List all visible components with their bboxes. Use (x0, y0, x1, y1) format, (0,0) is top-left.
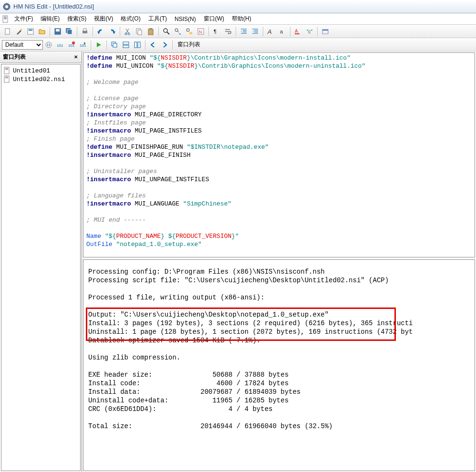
menu-tools[interactable]: 工具(T) (145, 14, 171, 24)
svg-rect-62 (5, 78, 8, 78)
separator (208, 27, 209, 36)
window-list-label: 窗口列表 (175, 41, 203, 49)
svg-rect-52 (113, 43, 117, 47)
separator (120, 27, 120, 36)
svg-point-7 (20, 29, 22, 31)
template-button[interactable] (25, 26, 36, 37)
menu-edit[interactable]: 编辑(E) (37, 14, 63, 24)
svg-line-23 (167, 32, 169, 34)
svg-text:¶: ¶ (214, 29, 217, 34)
config-dropdown[interactable]: Default (2, 40, 43, 50)
wizard-button[interactable] (14, 26, 24, 37)
paste-button[interactable] (145, 26, 156, 37)
compile-run-button[interactable]: 101 (55, 40, 65, 50)
menu-help[interactable]: 帮助(H) (228, 14, 255, 24)
redo-button[interactable] (107, 26, 117, 37)
svg-rect-19 (138, 30, 142, 35)
svg-line-25 (177, 31, 179, 32)
saveall-button[interactable] (64, 26, 74, 37)
svg-text:a: a (280, 29, 283, 34)
goto-button[interactable]: N (196, 26, 206, 37)
menu-view[interactable]: 视图(V) (90, 14, 117, 24)
doc-icon (2, 15, 10, 23)
nsi-file-icon (3, 67, 11, 74)
svg-rect-58 (5, 68, 8, 69)
show-special-button[interactable]: ¶ (211, 26, 222, 37)
code-editor[interactable]: !define MUI_ICON "${NSISDIR}\Contrib\Gra… (83, 52, 475, 257)
svg-rect-56 (138, 42, 140, 48)
panel-close-button[interactable]: ✕ (73, 54, 79, 60)
svg-rect-59 (5, 69, 8, 70)
word-wrap-button[interactable] (223, 26, 233, 37)
separator (172, 40, 173, 50)
menu-search[interactable]: 搜索(S) (63, 14, 90, 24)
svg-rect-54 (123, 45, 129, 48)
menu-file[interactable]: 文件(F) (10, 14, 37, 24)
svg-rect-61 (5, 77, 8, 77)
font-button[interactable]: A (266, 26, 276, 37)
toolbar-main: N ¶ A a A "c" (0, 25, 476, 38)
file-name: Untitled01 (13, 67, 50, 74)
menu-window[interactable]: 窗口(W) (200, 14, 228, 24)
undo-button[interactable] (95, 26, 106, 37)
tile-vert-button[interactable] (132, 40, 143, 50)
new-button[interactable] (2, 26, 13, 37)
window-list-panel: 窗口列表 ✕ Untitled01 Untitled02.nsi (0, 51, 82, 472)
svg-text:A: A (267, 28, 272, 35)
replace-button[interactable] (184, 26, 195, 37)
panel-body: Untitled01 Untitled02.nsi (1, 64, 81, 471)
cut-button[interactable] (123, 26, 133, 37)
svg-rect-55 (135, 42, 137, 48)
svg-rect-5 (4, 19, 7, 19)
separator (145, 40, 145, 50)
compile-button[interactable] (43, 40, 54, 50)
svg-rect-21 (149, 28, 152, 30)
findnext-button[interactable] (173, 26, 183, 37)
unindent-button[interactable] (250, 26, 260, 37)
print-button[interactable] (80, 26, 90, 37)
lowercase-button[interactable]: a (277, 26, 288, 37)
tile-horiz-button[interactable] (121, 40, 131, 50)
separator (93, 27, 93, 36)
svg-text:"c": "c" (307, 29, 313, 34)
separator (317, 27, 318, 36)
svg-text:N: N (199, 30, 202, 34)
insert-file-button[interactable]: "c" (304, 26, 315, 37)
titlebar: HM NIS Edit - [Untitled02.nsi] (0, 0, 476, 13)
svg-point-46 (46, 42, 52, 48)
next-window-button[interactable] (159, 40, 170, 50)
run-last-button[interactable]: 101 (78, 40, 88, 50)
right-panel: !define MUI_ICON "${NSISDIR}\Contrib\Gra… (82, 51, 476, 472)
svg-text:101: 101 (80, 43, 86, 48)
svg-point-49 (72, 41, 75, 44)
separator (290, 27, 290, 36)
indent-button[interactable] (238, 26, 249, 37)
cascade-button[interactable] (109, 40, 120, 50)
compile-stop-button[interactable]: 101 (66, 40, 77, 50)
svg-point-26 (186, 29, 189, 31)
svg-rect-6 (5, 29, 10, 34)
prev-window-button[interactable] (148, 40, 158, 50)
insert-color-button[interactable]: A (293, 26, 303, 37)
file-item[interactable]: Untitled01 (2, 66, 79, 75)
find-button[interactable] (161, 26, 172, 37)
copy-button[interactable] (134, 26, 145, 37)
menu-nsis[interactable]: NSIS(N) (171, 15, 200, 23)
app-icon (3, 3, 10, 10)
toolbar-nsis: Default 101 101 101 窗口列表 (0, 38, 476, 51)
file-item[interactable]: Untitled02.nsi (2, 75, 79, 83)
separator (50, 27, 50, 36)
workspace: 窗口列表 ✕ Untitled01 Untitled02.nsi !define… (0, 51, 476, 472)
open-button[interactable] (37, 26, 47, 37)
svg-rect-53 (123, 42, 129, 44)
run-button[interactable] (93, 40, 104, 50)
separator (158, 27, 159, 36)
panel-title-text: 窗口列表 (3, 53, 26, 61)
svg-point-1 (5, 5, 8, 8)
options-button[interactable] (320, 26, 331, 37)
save-button[interactable] (52, 26, 63, 37)
separator (106, 40, 107, 50)
output-panel[interactable]: Processing config: D:\Program Files (x86… (83, 259, 475, 471)
svg-point-22 (164, 29, 167, 32)
menu-format[interactable]: 格式(O) (117, 14, 144, 24)
